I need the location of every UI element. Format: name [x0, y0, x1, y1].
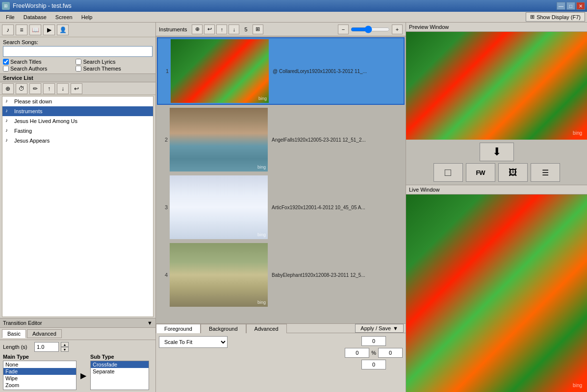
search-titles-option[interactable]: Search Titles — [3, 59, 75, 65]
main-type-col: Main Type None Fade Wipe Zoom — [3, 354, 77, 390]
menu-database[interactable]: Database — [20, 13, 51, 21]
sub-type-list[interactable]: Crossfade Separate — [90, 361, 149, 390]
service-item[interactable]: ♪ Instruments — [2, 106, 153, 116]
length-input[interactable] — [34, 342, 59, 352]
image-thumb: bing — [170, 108, 268, 172]
fw-button[interactable]: FW — [466, 163, 495, 182]
opacity-top-row — [345, 336, 403, 346]
list-button[interactable]: ☰ — [531, 163, 560, 182]
service-item[interactable]: ♪ Please sit down — [2, 97, 153, 106]
main-type-none[interactable]: None — [3, 361, 76, 368]
opacity-top-input[interactable] — [361, 336, 386, 346]
search-titles-checkbox[interactable] — [3, 59, 9, 65]
clock-button[interactable]: ⏱ — [16, 83, 27, 94]
download-button[interactable]: ⬇ — [480, 143, 514, 161]
image-button[interactable]: 🖼 — [498, 163, 528, 182]
length-up[interactable]: ▲ — [61, 342, 69, 347]
inst-up-btn[interactable]: ↑ — [216, 24, 227, 34]
service-item[interactable]: ♪ Jesus Appears — [2, 136, 153, 146]
transition-header[interactable]: Transition Editor ▼ — [0, 318, 155, 328]
minimize-button[interactable]: — — [557, 2, 565, 10]
apply-save-label: Apply / Save — [360, 325, 391, 331]
image-row[interactable]: 3 bing ArticFox1920x12001-4-2012 10_45_0… — [157, 174, 405, 240]
bible-button[interactable]: 📖 — [29, 24, 41, 35]
sub-type-separate[interactable]: Separate — [91, 368, 149, 375]
maximize-button[interactable]: □ — [566, 2, 575, 10]
main-type-label: Main Type — [3, 354, 77, 360]
image-row[interactable]: 1 bing @ CollaredLorys1920x12001-3-2012 … — [157, 37, 405, 105]
zoom-out-btn[interactable]: − — [338, 24, 349, 34]
center-panel: Instruments ⊕ ↩ ↑ ↓ 5 ⊞ − + 1 bing — [156, 23, 406, 392]
service-item-icon: ♪ — [5, 108, 12, 115]
zoom-slider[interactable] — [351, 25, 390, 33]
media-button[interactable]: 👤 — [57, 24, 69, 35]
search-lyrics-option[interactable]: Search Lyrics — [76, 59, 147, 65]
transition-body: Length (s) ▲ ▼ Main Type None Fade Wipe — [0, 340, 155, 392]
image-name: @ CollaredLorys1920x12001-3-2012 11_... — [269, 69, 367, 74]
add-service-button[interactable]: ⊕ — [2, 83, 14, 94]
search-authors-option[interactable]: Search Authors — [3, 66, 75, 72]
inst-add-btn[interactable]: ⊕ — [192, 24, 203, 34]
tab-advanced[interactable]: Advanced — [27, 329, 62, 338]
loop-button[interactable]: ↩ — [71, 83, 82, 94]
inst-expand-btn[interactable]: ⊞ — [253, 24, 263, 34]
opacity-left-input[interactable] — [345, 348, 369, 358]
close-button[interactable]: ✕ — [576, 2, 585, 10]
tab-advanced-bottom[interactable]: Advanced — [246, 324, 287, 333]
apply-save-button[interactable]: Apply / Save ▼ — [355, 324, 404, 333]
search-authors-checkbox[interactable] — [3, 66, 9, 72]
service-item[interactable]: ♪ Jesus He Lived Among Us — [2, 116, 153, 126]
trans-type-cols: Main Type None Fade Wipe Zoom ▶ Sub Type… — [3, 354, 153, 390]
search-lyrics-checkbox[interactable] — [76, 59, 81, 65]
menu-screen[interactable]: Screen — [51, 13, 77, 21]
control-row2: □ FW 🖼 ☰ — [409, 163, 584, 182]
search-input[interactable] — [3, 46, 153, 57]
tab-basic[interactable]: Basic — [2, 329, 26, 338]
image-num: 2 — [158, 137, 168, 143]
main-type-fade[interactable]: Fade — [3, 368, 76, 375]
length-down[interactable]: ▼ — [61, 347, 69, 352]
sub-type-crossfade[interactable]: Crossfade — [91, 361, 149, 368]
move-up-button[interactable]: ↑ — [43, 83, 55, 94]
screen-button[interactable]: □ — [434, 163, 463, 182]
show-display-button[interactable]: ⊞ Show Display (F7) — [526, 12, 585, 22]
tab-background[interactable]: Background — [201, 324, 246, 333]
preview-image: bing — [406, 32, 587, 140]
tab-foreground[interactable]: Foreground — [156, 324, 201, 333]
service-button[interactable]: ≡ — [16, 24, 27, 35]
length-stepper: ▲ ▼ — [61, 342, 69, 352]
opacity-bottom-input[interactable] — [361, 360, 386, 369]
inst-remove-btn[interactable]: ↩ — [204, 24, 215, 34]
scale-select[interactable]: Scale To Fit Stretch Tile Center — [159, 336, 228, 348]
image-row[interactable]: 4 bing BabyElephant1920x12008-23-2011 12… — [157, 242, 405, 308]
app-icon: ⊞ — [2, 2, 10, 10]
edit-button[interactable]: ✏ — [29, 83, 41, 94]
menu-file[interactable]: File — [2, 13, 19, 21]
image-row[interactable]: 2 bing AngelFalls1920x12005-23-2011 12_5… — [157, 107, 405, 172]
music-button[interactable]: ♪ — [2, 24, 14, 35]
search-themes-checkbox[interactable] — [76, 66, 81, 72]
service-item-text: Instruments — [14, 108, 42, 114]
bottom-content: Scale To Fit Stretch Tile Center % — [156, 333, 406, 392]
menu-help[interactable]: Help — [77, 13, 97, 21]
percent-label: % — [371, 350, 376, 356]
opacity-right-input[interactable] — [378, 348, 403, 358]
search-themes-option[interactable]: Search Themes — [76, 66, 147, 72]
service-item-text: Jesus He Lived Among Us — [14, 118, 77, 124]
titlebar-controls: — □ ✕ — [557, 2, 585, 10]
zoom-in-btn[interactable]: + — [392, 24, 403, 34]
move-down-button[interactable]: ↓ — [57, 83, 69, 94]
bottom-tabs-area: Foreground Background Advanced Apply / S… — [156, 323, 406, 392]
inst-down-btn[interactable]: ↓ — [229, 24, 239, 34]
presentation-button[interactable]: ▶ — [43, 24, 55, 35]
search-options: Search Titles Search Lyrics Search Autho… — [3, 59, 153, 72]
service-item-icon: ♪ — [5, 127, 12, 134]
bing-watermark: bing — [257, 232, 266, 237]
main-type-zoom[interactable]: Zoom — [3, 382, 76, 389]
service-item[interactable]: ♪ Fasting — [2, 126, 153, 136]
main-type-list[interactable]: None Fade Wipe Zoom — [3, 361, 77, 390]
inst-toolbar: ⊕ ↩ ↑ ↓ — [192, 24, 239, 34]
sub-type-col: Sub Type Crossfade Separate — [90, 354, 149, 390]
service-item-text: Fasting — [14, 128, 32, 134]
main-type-wipe[interactable]: Wipe — [3, 375, 76, 382]
